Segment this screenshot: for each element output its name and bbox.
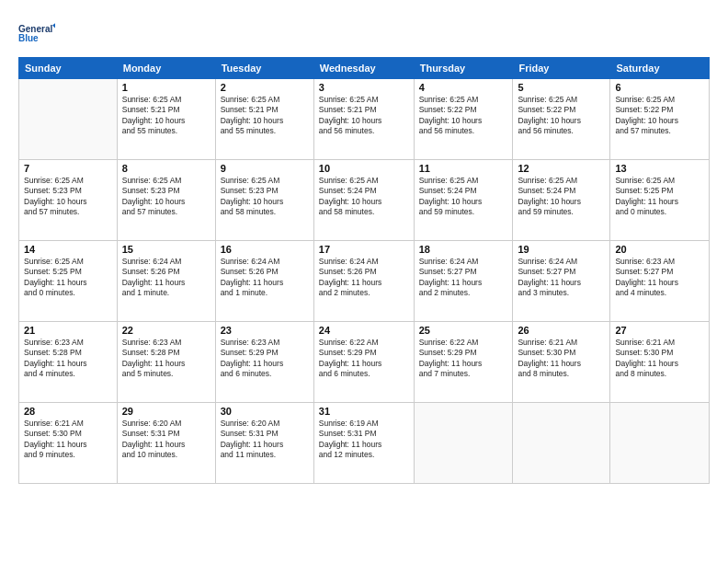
- calendar-cell: 29Sunrise: 6:20 AM Sunset: 5:31 PM Dayli…: [117, 403, 215, 484]
- day-info: Sunrise: 6:21 AM Sunset: 5:30 PM Dayligh…: [615, 338, 704, 380]
- header-tuesday: Tuesday: [215, 58, 313, 79]
- svg-marker-2: [52, 23, 55, 29]
- day-info: Sunrise: 6:24 AM Sunset: 5:26 PM Dayligh…: [221, 257, 309, 299]
- day-number: 4: [419, 82, 508, 93]
- calendar-cell: 26Sunrise: 6:21 AM Sunset: 5:30 PM Dayli…: [513, 322, 610, 403]
- svg-text:Blue: Blue: [18, 33, 39, 43]
- calendar-cell: 5Sunrise: 6:25 AM Sunset: 5:22 PM Daylig…: [513, 79, 610, 160]
- header-sunday: Sunday: [19, 58, 118, 79]
- day-number: 29: [122, 406, 210, 417]
- calendar-cell: [610, 403, 710, 484]
- calendar-cell: 24Sunrise: 6:22 AM Sunset: 5:29 PM Dayli…: [313, 322, 414, 403]
- calendar-cell: 3Sunrise: 6:25 AM Sunset: 5:21 PM Daylig…: [313, 79, 414, 160]
- day-info: Sunrise: 6:25 AM Sunset: 5:21 PM Dayligh…: [221, 95, 309, 137]
- day-info: Sunrise: 6:23 AM Sunset: 5:29 PM Dayligh…: [221, 338, 309, 380]
- day-info: Sunrise: 6:22 AM Sunset: 5:29 PM Dayligh…: [319, 338, 409, 380]
- day-number: 6: [615, 82, 704, 93]
- calendar-header-row: SundayMondayTuesdayWednesdayThursdayFrid…: [19, 58, 710, 79]
- day-number: 1: [122, 82, 210, 93]
- day-number: 23: [221, 325, 309, 336]
- day-info: Sunrise: 6:25 AM Sunset: 5:24 PM Dayligh…: [419, 176, 508, 218]
- day-info: Sunrise: 6:25 AM Sunset: 5:23 PM Dayligh…: [221, 176, 309, 218]
- calendar-cell: 16Sunrise: 6:24 AM Sunset: 5:26 PM Dayli…: [215, 241, 313, 322]
- day-info: Sunrise: 6:23 AM Sunset: 5:28 PM Dayligh…: [122, 338, 210, 380]
- day-info: Sunrise: 6:24 AM Sunset: 5:27 PM Dayligh…: [419, 257, 508, 299]
- calendar-cell: [513, 403, 610, 484]
- calendar-cell: 11Sunrise: 6:25 AM Sunset: 5:24 PM Dayli…: [414, 160, 513, 241]
- day-number: 11: [419, 163, 508, 174]
- day-info: Sunrise: 6:25 AM Sunset: 5:22 PM Dayligh…: [419, 95, 508, 137]
- logo-svg: General Blue: [18, 17, 55, 50]
- day-number: 15: [122, 244, 210, 255]
- day-number: 10: [319, 163, 409, 174]
- day-number: 14: [24, 244, 112, 255]
- day-number: 13: [615, 163, 704, 174]
- day-info: Sunrise: 6:25 AM Sunset: 5:22 PM Dayligh…: [518, 95, 605, 137]
- calendar-cell: 23Sunrise: 6:23 AM Sunset: 5:29 PM Dayli…: [215, 322, 313, 403]
- header-monday: Monday: [117, 58, 215, 79]
- calendar-cell: 15Sunrise: 6:24 AM Sunset: 5:26 PM Dayli…: [117, 241, 215, 322]
- header-wednesday: Wednesday: [313, 58, 414, 79]
- day-number: 2: [221, 82, 309, 93]
- calendar-cell: 13Sunrise: 6:25 AM Sunset: 5:25 PM Dayli…: [610, 160, 710, 241]
- calendar-cell: 17Sunrise: 6:24 AM Sunset: 5:26 PM Dayli…: [313, 241, 414, 322]
- calendar-week-2: 7Sunrise: 6:25 AM Sunset: 5:23 PM Daylig…: [19, 160, 710, 241]
- calendar-cell: 9Sunrise: 6:25 AM Sunset: 5:23 PM Daylig…: [215, 160, 313, 241]
- day-info: Sunrise: 6:25 AM Sunset: 5:25 PM Dayligh…: [24, 257, 112, 299]
- calendar-cell: 30Sunrise: 6:20 AM Sunset: 5:31 PM Dayli…: [215, 403, 313, 484]
- calendar-week-4: 21Sunrise: 6:23 AM Sunset: 5:28 PM Dayli…: [19, 322, 710, 403]
- calendar-cell: 19Sunrise: 6:24 AM Sunset: 5:27 PM Dayli…: [513, 241, 610, 322]
- day-number: 25: [419, 325, 508, 336]
- day-info: Sunrise: 6:25 AM Sunset: 5:24 PM Dayligh…: [518, 176, 605, 218]
- svg-text:General: General: [18, 24, 52, 34]
- day-info: Sunrise: 6:21 AM Sunset: 5:30 PM Dayligh…: [24, 419, 112, 461]
- day-info: Sunrise: 6:25 AM Sunset: 5:23 PM Dayligh…: [122, 176, 210, 218]
- day-number: 12: [518, 163, 605, 174]
- day-info: Sunrise: 6:25 AM Sunset: 5:22 PM Dayligh…: [615, 95, 704, 137]
- day-info: Sunrise: 6:20 AM Sunset: 5:31 PM Dayligh…: [122, 419, 210, 461]
- day-number: 31: [319, 406, 409, 417]
- day-number: 22: [122, 325, 210, 336]
- calendar-cell: 21Sunrise: 6:23 AM Sunset: 5:28 PM Dayli…: [19, 322, 118, 403]
- calendar-cell: 18Sunrise: 6:24 AM Sunset: 5:27 PM Dayli…: [414, 241, 513, 322]
- day-number: 3: [319, 82, 409, 93]
- header-thursday: Thursday: [414, 58, 513, 79]
- calendar-week-5: 28Sunrise: 6:21 AM Sunset: 5:30 PM Dayli…: [19, 403, 710, 484]
- calendar-cell: 14Sunrise: 6:25 AM Sunset: 5:25 PM Dayli…: [19, 241, 118, 322]
- calendar-cell: 27Sunrise: 6:21 AM Sunset: 5:30 PM Dayli…: [610, 322, 710, 403]
- day-info: Sunrise: 6:24 AM Sunset: 5:26 PM Dayligh…: [319, 257, 409, 299]
- day-number: 26: [518, 325, 605, 336]
- day-info: Sunrise: 6:25 AM Sunset: 5:21 PM Dayligh…: [122, 95, 210, 137]
- day-info: Sunrise: 6:19 AM Sunset: 5:31 PM Dayligh…: [319, 419, 409, 461]
- day-info: Sunrise: 6:22 AM Sunset: 5:29 PM Dayligh…: [419, 338, 508, 380]
- day-number: 7: [24, 163, 112, 174]
- calendar-cell: 1Sunrise: 6:25 AM Sunset: 5:21 PM Daylig…: [117, 79, 215, 160]
- day-info: Sunrise: 6:20 AM Sunset: 5:31 PM Dayligh…: [221, 419, 309, 461]
- calendar-cell: 31Sunrise: 6:19 AM Sunset: 5:31 PM Dayli…: [313, 403, 414, 484]
- calendar-cell: 2Sunrise: 6:25 AM Sunset: 5:21 PM Daylig…: [215, 79, 313, 160]
- calendar-cell: 25Sunrise: 6:22 AM Sunset: 5:29 PM Dayli…: [414, 322, 513, 403]
- calendar-week-1: 1Sunrise: 6:25 AM Sunset: 5:21 PM Daylig…: [19, 79, 710, 160]
- day-number: 5: [518, 82, 605, 93]
- calendar-cell: 6Sunrise: 6:25 AM Sunset: 5:22 PM Daylig…: [610, 79, 710, 160]
- day-info: Sunrise: 6:25 AM Sunset: 5:25 PM Dayligh…: [615, 176, 704, 218]
- calendar-cell: 22Sunrise: 6:23 AM Sunset: 5:28 PM Dayli…: [117, 322, 215, 403]
- logo: General Blue: [18, 17, 55, 50]
- calendar-cell: [19, 79, 118, 160]
- day-info: Sunrise: 6:23 AM Sunset: 5:28 PM Dayligh…: [24, 338, 112, 380]
- calendar-cell: 4Sunrise: 6:25 AM Sunset: 5:22 PM Daylig…: [414, 79, 513, 160]
- day-number: 28: [24, 406, 112, 417]
- day-number: 24: [319, 325, 409, 336]
- day-number: 16: [221, 244, 309, 255]
- day-number: 19: [518, 244, 605, 255]
- day-info: Sunrise: 6:21 AM Sunset: 5:30 PM Dayligh…: [518, 338, 605, 380]
- day-info: Sunrise: 6:24 AM Sunset: 5:26 PM Dayligh…: [122, 257, 210, 299]
- day-number: 27: [615, 325, 704, 336]
- day-number: 21: [24, 325, 112, 336]
- header-friday: Friday: [513, 58, 610, 79]
- day-info: Sunrise: 6:23 AM Sunset: 5:27 PM Dayligh…: [615, 257, 704, 299]
- day-number: 18: [419, 244, 508, 255]
- calendar-cell: 20Sunrise: 6:23 AM Sunset: 5:27 PM Dayli…: [610, 241, 710, 322]
- day-info: Sunrise: 6:24 AM Sunset: 5:27 PM Dayligh…: [518, 257, 605, 299]
- calendar-cell: 8Sunrise: 6:25 AM Sunset: 5:23 PM Daylig…: [117, 160, 215, 241]
